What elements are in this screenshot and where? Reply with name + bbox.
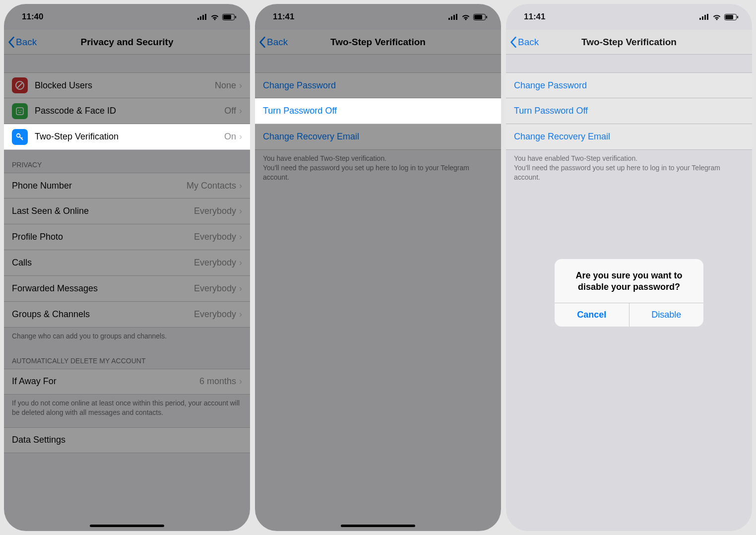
svg-rect-2 bbox=[202, 15, 204, 20]
status-time: 11:41 bbox=[273, 12, 294, 22]
cellular-icon bbox=[197, 14, 207, 20]
row-label: Calls bbox=[12, 258, 194, 268]
svg-line-8 bbox=[17, 83, 22, 88]
chevron-right-icon: › bbox=[239, 106, 242, 116]
svg-rect-6 bbox=[235, 16, 236, 18]
row-label: Two-Step Verification bbox=[35, 132, 224, 142]
battery-icon bbox=[222, 14, 236, 20]
svg-rect-25 bbox=[707, 14, 708, 20]
row-two-step-verification[interactable]: Two-Step Verification On › bbox=[4, 124, 250, 150]
chevron-right-icon: › bbox=[239, 232, 242, 242]
row-label: Data Settings bbox=[12, 435, 242, 445]
row-groups-channels[interactable]: Groups & Channels Everybody › bbox=[4, 302, 250, 328]
content-scroll[interactable]: Change Password Turn Password Off Change… bbox=[506, 55, 752, 531]
cellular-icon bbox=[448, 14, 458, 20]
chevron-right-icon: › bbox=[239, 181, 242, 191]
screen-privacy-security: 11:40 Back Privacy and Security Blocked … bbox=[4, 4, 250, 531]
row-turn-password-off[interactable]: Turn Password Off bbox=[255, 98, 501, 124]
row-if-away-for[interactable]: If Away For 6 months › bbox=[4, 369, 250, 395]
row-change-recovery-email[interactable]: Change Recovery Email bbox=[255, 124, 501, 150]
confirm-alert: Are you sure you want to disable your pa… bbox=[555, 259, 703, 327]
chevron-right-icon: › bbox=[239, 376, 242, 387]
row-value: 6 months bbox=[199, 376, 236, 387]
chevron-left-icon bbox=[510, 37, 517, 48]
row-passcode-faceid[interactable]: Passcode & Face ID Off › bbox=[4, 98, 250, 124]
back-label: Back bbox=[267, 37, 288, 48]
chevron-right-icon: › bbox=[239, 80, 242, 91]
svg-rect-0 bbox=[197, 18, 199, 20]
nav-title: Two-Step Verification bbox=[255, 37, 501, 48]
back-label: Back bbox=[16, 37, 37, 48]
battery-icon bbox=[473, 14, 487, 20]
back-button[interactable]: Back bbox=[4, 37, 37, 48]
chevron-left-icon bbox=[8, 37, 15, 48]
wifi-icon bbox=[210, 14, 219, 20]
svg-rect-24 bbox=[704, 15, 706, 20]
row-label: Forwarded Messages bbox=[12, 283, 194, 294]
row-value: Off bbox=[224, 106, 236, 116]
svg-rect-27 bbox=[725, 15, 733, 19]
row-label: Groups & Channels bbox=[12, 309, 194, 320]
row-value: Everybody bbox=[194, 206, 236, 216]
row-value: Everybody bbox=[194, 232, 236, 242]
cancel-button[interactable]: Cancel bbox=[555, 303, 630, 327]
row-change-password[interactable]: Change Password bbox=[255, 72, 501, 98]
content-scroll[interactable]: Change Password Turn Password Off Change… bbox=[255, 55, 501, 531]
section-header-privacy: PRIVACY bbox=[4, 150, 250, 173]
content-scroll[interactable]: Blocked Users None › Passcode & Face ID … bbox=[4, 55, 250, 531]
row-value: On bbox=[224, 132, 236, 142]
row-label: Profile Photo bbox=[12, 232, 194, 242]
status-time: 11:40 bbox=[22, 12, 43, 22]
svg-rect-23 bbox=[702, 16, 703, 20]
status-indicators bbox=[699, 14, 738, 20]
row-value: Everybody bbox=[194, 258, 236, 268]
passcode-icon bbox=[12, 103, 28, 119]
row-last-seen[interactable]: Last Seen & Online Everybody › bbox=[4, 199, 250, 224]
row-label: Phone Number bbox=[12, 181, 187, 191]
status-bar: 11:40 bbox=[4, 4, 250, 30]
chevron-right-icon: › bbox=[239, 206, 242, 216]
row-label: Change Password bbox=[263, 80, 493, 91]
chevron-left-icon bbox=[259, 37, 266, 48]
row-calls[interactable]: Calls Everybody › bbox=[4, 250, 250, 276]
row-data-settings[interactable]: Data Settings bbox=[4, 427, 250, 453]
screen-two-step-alert: 11:41 Back Two-Step Verification Change … bbox=[506, 4, 752, 531]
screen-two-step: 11:41 Back Two-Step Verification Change … bbox=[255, 4, 501, 531]
status-indicators bbox=[197, 14, 236, 20]
row-label: If Away For bbox=[12, 376, 199, 387]
wifi-icon bbox=[712, 14, 721, 20]
status-bar: 11:41 bbox=[506, 4, 752, 30]
svg-rect-16 bbox=[451, 16, 452, 20]
back-label: Back bbox=[518, 37, 539, 48]
row-label: Blocked Users bbox=[35, 80, 215, 91]
svg-rect-9 bbox=[16, 108, 23, 115]
section-header-autodelete: AUTOMATICALLY DELETE MY ACCOUNT bbox=[4, 346, 250, 369]
chevron-right-icon: › bbox=[239, 132, 242, 142]
row-profile-photo[interactable]: Profile Photo Everybody › bbox=[4, 224, 250, 250]
back-button[interactable]: Back bbox=[506, 37, 539, 48]
back-button[interactable]: Back bbox=[255, 37, 288, 48]
row-phone-number[interactable]: Phone Number My Contacts › bbox=[4, 173, 250, 199]
home-indicator[interactable] bbox=[341, 525, 415, 527]
svg-rect-5 bbox=[223, 15, 231, 19]
key-icon bbox=[12, 129, 28, 145]
status-time: 11:41 bbox=[524, 12, 545, 22]
nav-title: Privacy and Security bbox=[4, 37, 250, 48]
home-indicator[interactable] bbox=[90, 525, 164, 527]
svg-rect-18 bbox=[456, 14, 457, 20]
svg-rect-3 bbox=[205, 14, 206, 20]
svg-point-12 bbox=[17, 134, 20, 137]
alert-title: Are you sure you want to disable your pa… bbox=[555, 259, 703, 303]
svg-rect-17 bbox=[453, 15, 455, 20]
svg-rect-21 bbox=[486, 16, 487, 18]
twostep-footer: You have enabled Two-Step verification. … bbox=[255, 150, 501, 187]
row-value: My Contacts bbox=[187, 181, 236, 191]
blocked-icon bbox=[12, 77, 28, 93]
row-forwarded-messages[interactable]: Forwarded Messages Everybody › bbox=[4, 276, 250, 302]
row-blocked-users[interactable]: Blocked Users None › bbox=[4, 72, 250, 98]
svg-point-11 bbox=[21, 110, 22, 111]
chevron-right-icon: › bbox=[239, 309, 242, 320]
privacy-footer: Change who can add you to groups and cha… bbox=[4, 328, 250, 346]
disable-button[interactable]: Disable bbox=[630, 303, 704, 327]
svg-rect-22 bbox=[699, 18, 701, 20]
